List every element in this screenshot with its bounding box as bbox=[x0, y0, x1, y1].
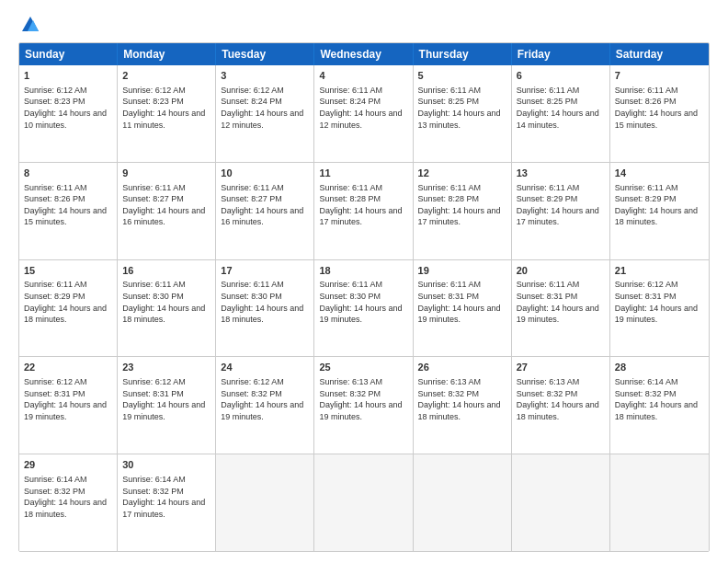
cell-info: Sunrise: 6:11 AMSunset: 8:26 PMDaylight:… bbox=[615, 85, 704, 131]
day-cell-9: 9Sunrise: 6:11 AMSunset: 8:27 PMDaylight… bbox=[118, 163, 216, 259]
cell-info: Sunrise: 6:13 AMSunset: 8:32 PMDaylight:… bbox=[418, 376, 506, 422]
cell-info: Sunrise: 6:11 AMSunset: 8:28 PMDaylight:… bbox=[319, 182, 407, 228]
day-number: 14 bbox=[615, 167, 704, 180]
day-cell-20: 20Sunrise: 6:11 AMSunset: 8:31 PMDayligh… bbox=[512, 260, 610, 357]
day-number: 9 bbox=[122, 167, 210, 180]
day-cell-29: 29Sunrise: 6:14 AMSunset: 8:32 PMDayligh… bbox=[19, 454, 118, 551]
day-cell-12: 12Sunrise: 6:11 AMSunset: 8:28 PMDayligh… bbox=[414, 163, 512, 259]
header-day-thursday: Thursday bbox=[414, 43, 512, 65]
day-cell-18: 18Sunrise: 6:11 AMSunset: 8:30 PMDayligh… bbox=[314, 260, 413, 357]
day-number: 11 bbox=[319, 167, 407, 180]
day-cell-28: 28Sunrise: 6:14 AMSunset: 8:32 PMDayligh… bbox=[610, 357, 709, 454]
day-cell-27: 27Sunrise: 6:13 AMSunset: 8:32 PMDayligh… bbox=[512, 357, 610, 454]
cell-info: Sunrise: 6:12 AMSunset: 8:32 PMDaylight:… bbox=[221, 376, 309, 422]
empty-cell bbox=[610, 454, 709, 551]
cell-info: Sunrise: 6:11 AMSunset: 8:30 PMDaylight:… bbox=[221, 279, 309, 325]
empty-cell bbox=[512, 454, 610, 551]
day-cell-4: 4Sunrise: 6:11 AMSunset: 8:24 PMDaylight… bbox=[314, 65, 413, 162]
day-number: 23 bbox=[122, 361, 210, 374]
cell-info: Sunrise: 6:11 AMSunset: 8:31 PMDaylight:… bbox=[418, 279, 506, 325]
day-number: 20 bbox=[517, 264, 605, 278]
day-number: 10 bbox=[221, 167, 309, 180]
day-number: 22 bbox=[24, 361, 112, 374]
calendar-row-5: 29Sunrise: 6:14 AMSunset: 8:32 PMDayligh… bbox=[19, 454, 709, 551]
header-day-friday: Friday bbox=[512, 43, 610, 65]
day-number: 19 bbox=[418, 264, 506, 278]
cell-info: Sunrise: 6:14 AMSunset: 8:32 PMDaylight:… bbox=[122, 474, 210, 520]
day-cell-13: 13Sunrise: 6:11 AMSunset: 8:29 PMDayligh… bbox=[512, 163, 610, 259]
cell-info: Sunrise: 6:11 AMSunset: 8:24 PMDaylight:… bbox=[319, 85, 407, 131]
cell-info: Sunrise: 6:14 AMSunset: 8:32 PMDaylight:… bbox=[24, 474, 112, 520]
header bbox=[18, 15, 710, 35]
day-cell-24: 24Sunrise: 6:12 AMSunset: 8:32 PMDayligh… bbox=[216, 357, 314, 454]
calendar: SundayMondayTuesdayWednesdayThursdayFrid… bbox=[18, 42, 710, 552]
day-cell-10: 10Sunrise: 6:11 AMSunset: 8:27 PMDayligh… bbox=[216, 163, 314, 259]
cell-info: Sunrise: 6:14 AMSunset: 8:32 PMDaylight:… bbox=[615, 376, 704, 422]
day-number: 21 bbox=[615, 264, 704, 278]
day-cell-16: 16Sunrise: 6:11 AMSunset: 8:30 PMDayligh… bbox=[118, 260, 216, 357]
calendar-row-1: 1Sunrise: 6:12 AMSunset: 8:23 PMDaylight… bbox=[19, 65, 709, 163]
header-day-saturday: Saturday bbox=[610, 43, 709, 65]
header-day-sunday: Sunday bbox=[19, 43, 118, 65]
header-day-monday: Monday bbox=[118, 43, 216, 65]
cell-info: Sunrise: 6:11 AMSunset: 8:25 PMDaylight:… bbox=[418, 85, 506, 131]
cell-info: Sunrise: 6:12 AMSunset: 8:31 PMDaylight:… bbox=[24, 376, 112, 422]
cell-info: Sunrise: 6:12 AMSunset: 8:31 PMDaylight:… bbox=[615, 279, 704, 325]
cell-info: Sunrise: 6:13 AMSunset: 8:32 PMDaylight:… bbox=[517, 376, 605, 422]
header-day-wednesday: Wednesday bbox=[314, 43, 413, 65]
cell-info: Sunrise: 6:11 AMSunset: 8:27 PMDaylight:… bbox=[221, 182, 309, 228]
day-number: 17 bbox=[221, 264, 309, 278]
cell-info: Sunrise: 6:11 AMSunset: 8:27 PMDaylight:… bbox=[122, 182, 210, 228]
cell-info: Sunrise: 6:11 AMSunset: 8:30 PMDaylight:… bbox=[319, 279, 407, 325]
day-number: 1 bbox=[24, 69, 112, 83]
day-number: 13 bbox=[517, 167, 605, 180]
cell-info: Sunrise: 6:11 AMSunset: 8:29 PMDaylight:… bbox=[615, 182, 704, 228]
day-number: 12 bbox=[418, 167, 506, 180]
day-number: 16 bbox=[122, 264, 210, 278]
calendar-row-2: 8Sunrise: 6:11 AMSunset: 8:26 PMDaylight… bbox=[19, 163, 709, 260]
day-number: 25 bbox=[319, 361, 407, 374]
cell-info: Sunrise: 6:11 AMSunset: 8:29 PMDaylight:… bbox=[517, 182, 605, 228]
day-number: 4 bbox=[319, 69, 407, 83]
day-cell-2: 2Sunrise: 6:12 AMSunset: 8:23 PMDaylight… bbox=[118, 65, 216, 162]
cell-info: Sunrise: 6:11 AMSunset: 8:26 PMDaylight:… bbox=[24, 182, 112, 228]
day-cell-11: 11Sunrise: 6:11 AMSunset: 8:28 PMDayligh… bbox=[314, 163, 413, 259]
day-cell-15: 15Sunrise: 6:11 AMSunset: 8:29 PMDayligh… bbox=[19, 260, 118, 357]
day-number: 15 bbox=[24, 264, 112, 278]
empty-cell bbox=[414, 454, 512, 551]
day-cell-17: 17Sunrise: 6:11 AMSunset: 8:30 PMDayligh… bbox=[216, 260, 314, 357]
header-day-tuesday: Tuesday bbox=[216, 43, 314, 65]
cell-info: Sunrise: 6:11 AMSunset: 8:29 PMDaylight:… bbox=[24, 279, 112, 325]
logo bbox=[18, 15, 40, 35]
day-number: 6 bbox=[517, 69, 605, 83]
cell-info: Sunrise: 6:11 AMSunset: 8:28 PMDaylight:… bbox=[418, 182, 506, 228]
cell-info: Sunrise: 6:12 AMSunset: 8:23 PMDaylight:… bbox=[122, 85, 210, 131]
day-cell-7: 7Sunrise: 6:11 AMSunset: 8:26 PMDaylight… bbox=[610, 65, 709, 162]
logo-icon bbox=[20, 15, 40, 35]
day-cell-3: 3Sunrise: 6:12 AMSunset: 8:24 PMDaylight… bbox=[216, 65, 314, 162]
day-number: 30 bbox=[122, 458, 210, 472]
cell-info: Sunrise: 6:12 AMSunset: 8:24 PMDaylight:… bbox=[221, 85, 309, 131]
calendar-header: SundayMondayTuesdayWednesdayThursdayFrid… bbox=[19, 43, 709, 65]
cell-info: Sunrise: 6:11 AMSunset: 8:25 PMDaylight:… bbox=[517, 85, 605, 131]
day-number: 8 bbox=[24, 167, 112, 180]
day-cell-23: 23Sunrise: 6:12 AMSunset: 8:31 PMDayligh… bbox=[118, 357, 216, 454]
calendar-body: 1Sunrise: 6:12 AMSunset: 8:23 PMDaylight… bbox=[19, 65, 709, 551]
day-number: 26 bbox=[418, 361, 506, 374]
day-number: 29 bbox=[24, 458, 112, 472]
day-cell-1: 1Sunrise: 6:12 AMSunset: 8:23 PMDaylight… bbox=[19, 65, 118, 162]
calendar-row-3: 15Sunrise: 6:11 AMSunset: 8:29 PMDayligh… bbox=[19, 260, 709, 358]
day-cell-30: 30Sunrise: 6:14 AMSunset: 8:32 PMDayligh… bbox=[118, 454, 216, 551]
page: SundayMondayTuesdayWednesdayThursdayFrid… bbox=[0, 0, 728, 563]
day-number: 5 bbox=[418, 69, 506, 83]
cell-info: Sunrise: 6:11 AMSunset: 8:30 PMDaylight:… bbox=[122, 279, 210, 325]
day-cell-14: 14Sunrise: 6:11 AMSunset: 8:29 PMDayligh… bbox=[610, 163, 709, 259]
day-cell-22: 22Sunrise: 6:12 AMSunset: 8:31 PMDayligh… bbox=[19, 357, 118, 454]
day-cell-19: 19Sunrise: 6:11 AMSunset: 8:31 PMDayligh… bbox=[414, 260, 512, 357]
day-cell-21: 21Sunrise: 6:12 AMSunset: 8:31 PMDayligh… bbox=[610, 260, 709, 357]
day-cell-25: 25Sunrise: 6:13 AMSunset: 8:32 PMDayligh… bbox=[314, 357, 413, 454]
cell-info: Sunrise: 6:12 AMSunset: 8:23 PMDaylight:… bbox=[24, 85, 112, 131]
day-cell-8: 8Sunrise: 6:11 AMSunset: 8:26 PMDaylight… bbox=[19, 163, 118, 259]
empty-cell bbox=[216, 454, 314, 551]
day-number: 2 bbox=[122, 69, 210, 83]
